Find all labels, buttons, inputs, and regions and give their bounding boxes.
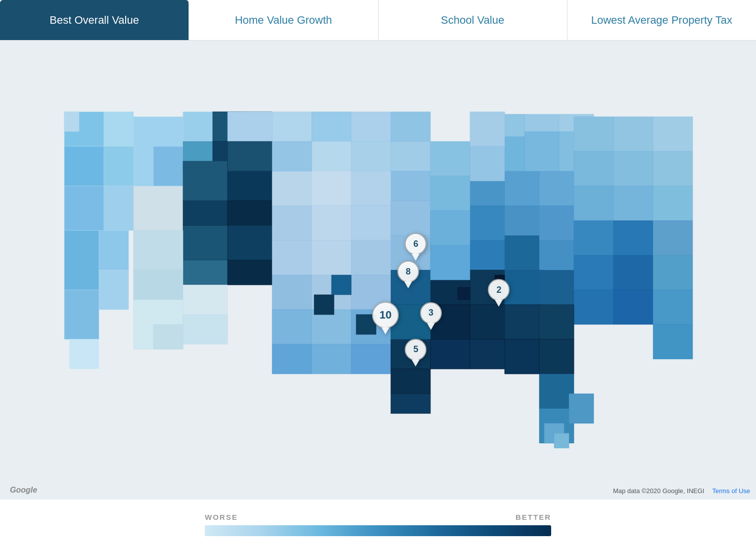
marker-3-label: 3 <box>420 302 442 324</box>
svg-rect-45 <box>351 141 391 171</box>
svg-rect-35 <box>134 270 183 300</box>
marker-2-pin <box>495 300 503 307</box>
marker-8[interactable]: 8 <box>397 261 419 288</box>
svg-rect-59 <box>272 240 312 275</box>
marker-3[interactable]: 3 <box>420 302 442 330</box>
svg-rect-40 <box>272 112 312 141</box>
svg-rect-139 <box>314 295 334 315</box>
legend-better-label: BETTER <box>516 513 551 521</box>
svg-rect-91 <box>653 151 693 186</box>
svg-rect-133 <box>470 112 505 146</box>
svg-rect-70 <box>351 344 391 374</box>
tab-school-value-label: School Value <box>441 14 504 27</box>
svg-rect-109 <box>614 290 653 324</box>
svg-rect-42 <box>351 112 391 141</box>
svg-rect-28 <box>183 201 228 226</box>
svg-rect-46 <box>391 112 430 141</box>
svg-rect-33 <box>228 260 272 285</box>
svg-rect-92 <box>574 186 614 221</box>
svg-rect-111 <box>505 339 544 374</box>
svg-rect-86 <box>574 117 614 151</box>
svg-rect-104 <box>574 221 614 255</box>
svg-rect-77 <box>539 171 574 206</box>
legend-gradient <box>205 525 551 536</box>
marker-8-label: 8 <box>397 261 419 282</box>
svg-rect-41 <box>312 112 351 141</box>
marker-10[interactable]: 10 <box>372 302 399 334</box>
svg-rect-113 <box>539 339 574 374</box>
map-attribution: Map data ©2020 Google, INEGI Terms of Us… <box>613 487 750 495</box>
svg-rect-54 <box>351 206 391 240</box>
svg-rect-14 <box>69 339 99 369</box>
svg-rect-31 <box>228 226 272 260</box>
tab-lowest-property-tax[interactable]: Lowest Average Property Tax <box>567 0 756 40</box>
marker-8-pin <box>404 281 412 288</box>
svg-rect-108 <box>574 290 614 324</box>
svg-rect-135 <box>228 112 272 141</box>
svg-rect-134 <box>470 146 505 181</box>
marker-2-label: 2 <box>488 279 510 301</box>
tab-lowest-property-tax-label: Lowest Average Property Tax <box>591 14 732 27</box>
svg-rect-106 <box>574 255 614 290</box>
svg-rect-125 <box>653 221 693 255</box>
svg-rect-136 <box>228 141 272 171</box>
marker-5[interactable]: 5 <box>405 339 426 366</box>
map-container[interactable]: 2 3 5 6 8 10 Google Map data <box>0 41 756 500</box>
svg-rect-65 <box>272 310 312 344</box>
svg-rect-47 <box>391 141 430 171</box>
svg-rect-107 <box>614 255 653 290</box>
svg-rect-121 <box>391 394 430 413</box>
svg-rect-131 <box>430 211 470 245</box>
svg-rect-81 <box>524 132 559 171</box>
svg-rect-30 <box>183 226 228 260</box>
svg-rect-128 <box>653 324 693 359</box>
tab-home-value-growth[interactable]: Home Value Growth <box>189 0 378 40</box>
svg-rect-97 <box>430 339 470 369</box>
tab-best-overall[interactable]: Best Overall Value <box>0 0 189 40</box>
svg-rect-61 <box>351 240 391 275</box>
svg-rect-102 <box>505 235 539 270</box>
marker-6-pin <box>412 254 420 261</box>
tab-school-value[interactable]: School Value <box>378 0 567 40</box>
svg-rect-93 <box>614 186 653 221</box>
svg-rect-78 <box>539 206 574 240</box>
svg-rect-10 <box>64 230 99 290</box>
svg-rect-39 <box>183 315 228 344</box>
svg-rect-12 <box>64 290 99 339</box>
svg-rect-110 <box>505 305 544 339</box>
svg-rect-90 <box>614 151 653 186</box>
svg-rect-103 <box>539 270 574 305</box>
svg-rect-13 <box>99 270 129 310</box>
svg-rect-51 <box>351 171 391 206</box>
svg-rect-120 <box>391 369 430 394</box>
marker-2[interactable]: 2 <box>488 279 510 307</box>
marker-10-pin <box>381 327 389 334</box>
svg-rect-138 <box>64 112 79 132</box>
svg-rect-69 <box>312 344 351 374</box>
svg-rect-60 <box>312 240 351 275</box>
svg-rect-18 <box>153 146 183 186</box>
svg-rect-7 <box>104 146 134 186</box>
svg-rect-126 <box>653 255 693 290</box>
terms-of-use-link[interactable]: Terms of Use <box>712 487 750 495</box>
svg-rect-48 <box>391 171 430 201</box>
svg-rect-66 <box>312 310 351 344</box>
svg-rect-130 <box>430 176 470 211</box>
svg-rect-89 <box>574 151 614 186</box>
marker-6[interactable]: 6 <box>405 233 426 261</box>
marker-5-label: 5 <box>405 339 426 361</box>
map-svg <box>0 41 756 500</box>
svg-rect-9 <box>104 186 134 230</box>
svg-rect-101 <box>505 270 544 305</box>
svg-rect-132 <box>430 245 470 280</box>
svg-rect-52 <box>272 206 312 240</box>
svg-rect-34 <box>134 230 183 270</box>
svg-rect-127 <box>653 290 693 324</box>
svg-rect-105 <box>614 221 653 255</box>
tab-home-value-growth-label: Home Value Growth <box>235 14 332 27</box>
tab-best-overall-label: Best Overall Value <box>49 14 139 27</box>
google-logo: Google <box>10 486 37 495</box>
svg-rect-75 <box>505 206 539 240</box>
svg-rect-5 <box>104 112 134 146</box>
svg-rect-99 <box>470 305 510 339</box>
